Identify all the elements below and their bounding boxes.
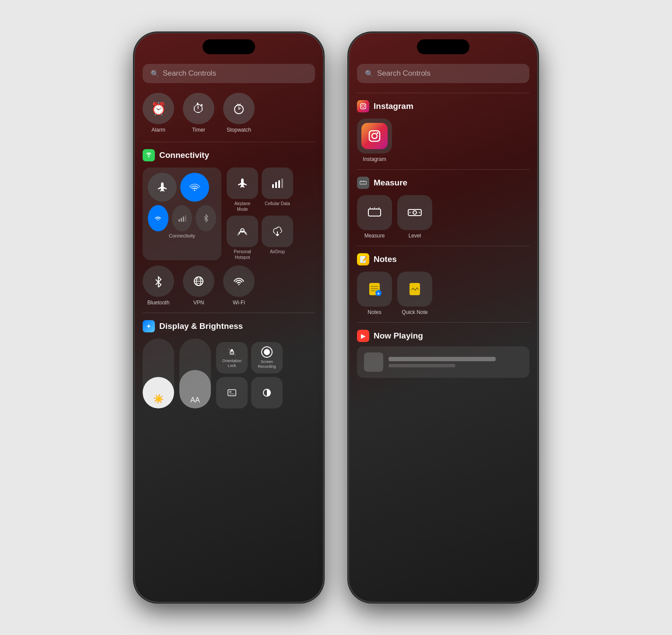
quick-note-item: Quick Note — [397, 272, 432, 315]
cellular-small-button[interactable] — [172, 205, 192, 231]
cellular-data-button[interactable] — [262, 167, 293, 199]
search-bar[interactable]: 🔍 Search Controls — [143, 64, 315, 83]
now-playing-bar[interactable] — [357, 346, 529, 378]
personal-hotspot-item: PersonalHotspot — [227, 216, 258, 260]
display-btn-row-1: OrientationLock ScreenRecording — [216, 342, 283, 373]
dark-mode-button[interactable] — [251, 377, 283, 408]
svg-rect-11 — [275, 182, 277, 188]
brightness-fill: ☀️ — [143, 377, 174, 408]
notes-item: + Notes — [357, 272, 392, 315]
right-divider-2 — [357, 169, 529, 170]
vpn-button[interactable] — [183, 265, 214, 297]
display-header: ✦ Display & Brightness — [143, 320, 315, 332]
svg-rect-36 — [368, 209, 381, 216]
cellular-data-item: Cellular Data — [262, 167, 293, 212]
quick-note-button[interactable] — [397, 272, 432, 307]
timer-button[interactable]: ⏱ — [183, 93, 214, 124]
stopwatch-button[interactable] — [223, 93, 255, 124]
right-phone: 🔍 Search Controls Instagram — [349, 33, 537, 602]
svg-rect-24 — [229, 394, 234, 394]
measure-button[interactable] — [357, 195, 392, 230]
divider-2 — [143, 313, 315, 313]
bluetooth-label: Bluetooth — [147, 300, 170, 306]
text-size-fill: AA — [179, 370, 211, 408]
notes-header: 📝 Notes — [357, 253, 529, 265]
vpn-label: VPN — [193, 300, 204, 306]
connectivity-group: Connectivity — [143, 167, 221, 260]
display-controls: ☀️ AA — [143, 338, 315, 408]
dynamic-island — [203, 39, 255, 54]
right-divider-4 — [357, 322, 529, 323]
now-playing-title: Now Playing — [374, 331, 423, 341]
personal-hotspot-button[interactable] — [227, 216, 258, 247]
svg-rect-13 — [281, 178, 283, 188]
display-btn-row-2 — [216, 377, 283, 408]
bluetooth-button[interactable] — [143, 265, 174, 297]
brightness-slider[interactable]: ☀️ — [143, 338, 174, 408]
svg-point-29 — [372, 133, 377, 139]
stopwatch-label: Stopwatch — [227, 127, 251, 133]
text-size-icon: AA — [190, 396, 200, 404]
airplane-mode-item: AirplaneMode — [227, 167, 258, 212]
airdrop-button[interactable] — [262, 216, 293, 247]
notes-label: Notes — [368, 309, 381, 315]
search-placeholder: Search Controls — [163, 69, 216, 78]
instagram-inner-icon — [361, 123, 388, 149]
svg-point-5 — [148, 156, 150, 157]
svg-rect-8 — [183, 216, 184, 222]
connectivity-title: Connectivity — [159, 150, 209, 160]
svg-rect-53 — [410, 283, 420, 295]
wifi-button[interactable] — [223, 265, 255, 297]
right-search-bar[interactable]: 🔍 Search Controls — [357, 64, 529, 83]
svg-rect-31 — [360, 181, 367, 184]
connectivity-right-items: AirplaneMode Cellula — [227, 167, 315, 260]
level-button[interactable] — [397, 195, 432, 230]
measure-section-icon — [357, 177, 369, 189]
text-size-slider[interactable]: AA — [179, 338, 211, 408]
right-dynamic-island — [417, 39, 469, 54]
divider-1 — [143, 142, 315, 142]
wifi-small-button[interactable] — [148, 205, 168, 231]
svg-rect-10 — [272, 184, 274, 188]
svg-rect-7 — [181, 218, 182, 222]
airplane-mode-button[interactable] — [227, 167, 258, 199]
connectivity-header: Connectivity — [143, 149, 315, 161]
vpn-item: VPN — [183, 265, 214, 306]
airplane-mode-big-button[interactable] — [148, 173, 177, 202]
notes-section-icon: 📝 — [357, 253, 369, 265]
notes-section-title: Notes — [374, 255, 397, 264]
level-item: Level — [397, 195, 432, 239]
notes-button[interactable]: + — [357, 272, 392, 307]
screen-recording-button[interactable]: ScreenRecording — [251, 342, 283, 373]
wifi-big-button[interactable] — [180, 173, 209, 202]
right-search-placeholder: Search Controls — [377, 69, 430, 78]
airdrop-label: AirDrop — [270, 249, 285, 255]
instagram-app-button[interactable] — [357, 119, 392, 154]
svg-rect-12 — [278, 180, 280, 188]
screen-recording-label: ScreenRecording — [258, 359, 276, 369]
measure-header: Measure — [357, 177, 529, 189]
airplane-mode-label: AirplaneMode — [234, 201, 251, 212]
personal-hotspot-label: PersonalHotspot — [234, 249, 251, 260]
clock-row: ⏰ Alarm ⏱ Timer — [143, 93, 315, 133]
display-view-button[interactable] — [216, 377, 248, 408]
svg-rect-23 — [229, 391, 231, 393]
level-label: Level — [409, 233, 421, 239]
cellular-data-label: Cellular Data — [265, 201, 290, 206]
svg-rect-25 — [360, 104, 366, 109]
orientation-lock-button[interactable]: OrientationLock — [216, 342, 248, 373]
airdrop-item: AirDrop — [262, 216, 293, 260]
connectivity-section-icon — [143, 149, 155, 161]
bluetooth-small-button[interactable] — [196, 205, 216, 231]
orientation-lock-label: OrientationLock — [222, 359, 242, 368]
connectivity-grid: Connectivity AirplaneMode — [143, 167, 315, 260]
measure-section-title: Measure — [374, 178, 407, 188]
svg-text:+: + — [377, 291, 380, 296]
instagram-grid: Instagram — [357, 119, 529, 162]
measure-label: Measure — [364, 233, 385, 239]
display-buttons: OrientationLock ScreenRecording — [216, 342, 283, 408]
alarm-button[interactable]: ⏰ — [143, 93, 174, 124]
display-title: Display & Brightness — [159, 321, 243, 331]
notes-grid: + Notes Quick Note — [357, 272, 529, 315]
wifi-label: Wi-Fi — [233, 300, 245, 306]
